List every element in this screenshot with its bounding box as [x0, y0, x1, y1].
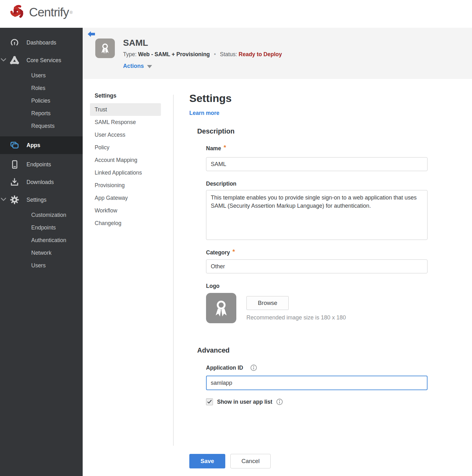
sidebar-item-authentication[interactable]: Authentication — [0, 234, 83, 247]
form-footer: Save Cancel — [189, 454, 271, 468]
show-in-user-app-list-row: Show in user app list — [206, 398, 283, 405]
sidebar-item-downloads[interactable]: Downloads — [0, 173, 83, 191]
cancel-button[interactable]: Cancel — [230, 454, 271, 468]
actions-button[interactable]: Actions — [123, 63, 152, 69]
sidebar-item-label: Settings — [27, 197, 46, 203]
sidebar-item-label: Network — [31, 250, 51, 256]
sidebar-item-label: Policies — [31, 98, 50, 104]
brand-logo: Centrify ® — [8, 3, 73, 22]
name-label: Name* — [206, 145, 226, 152]
logo-label: Logo — [206, 283, 220, 289]
logo-size-hint: Recommended image size is 180 x 180 — [246, 314, 346, 321]
subnav-item-linked-applications[interactable]: Linked Applications — [90, 166, 161, 179]
description-field[interactable]: This template enables you to provide sin… — [206, 190, 428, 240]
show-in-user-app-list-checkbox[interactable] — [206, 398, 213, 405]
subnav-item-workflow[interactable]: Workflow — [90, 204, 161, 217]
sidebar-item-endpoints[interactable]: Endpoints — [0, 156, 83, 173]
settings-subnav: Settings Trust SAML Response User Access… — [90, 92, 166, 229]
sidebar-item-reports[interactable]: Reports — [0, 107, 83, 120]
sidebar-item-label: Endpoints — [31, 224, 56, 231]
sidebar-item-label: Core Services — [27, 57, 61, 64]
sidebar-item-label: Customization — [31, 212, 66, 218]
info-icon[interactable] — [250, 364, 257, 371]
sidebar-item-label: Downloads — [27, 179, 54, 186]
required-asterisk: * — [233, 248, 235, 255]
apps-icon — [10, 140, 19, 150]
caret-down-icon — [147, 65, 152, 68]
sidebar-item-settings-endpoints[interactable]: Endpoints — [0, 221, 83, 234]
save-button[interactable]: Save — [189, 454, 225, 468]
logo-preview — [206, 293, 236, 323]
sidebar-item-dashboards[interactable]: Dashboards — [0, 34, 83, 51]
subnav-item-changelog[interactable]: Changelog — [90, 217, 161, 229]
sidebar-item-roles[interactable]: Roles — [0, 82, 83, 94]
learn-more-link[interactable]: Learn more — [189, 110, 219, 116]
description-label: Description — [206, 181, 236, 187]
subnav-item-user-access[interactable]: User Access — [90, 128, 161, 141]
subnav-item-account-mapping[interactable]: Account Mapping — [90, 154, 161, 166]
core-services-icon — [10, 56, 19, 65]
name-field[interactable] — [206, 157, 428, 171]
page-title: Settings — [189, 92, 232, 104]
sidebar-item-requests[interactable]: Requests — [0, 120, 83, 132]
application-id-label-row: Application ID — [206, 364, 257, 371]
sidebar-item-label: Dashboards — [27, 39, 56, 46]
vertical-divider — [173, 95, 174, 446]
sidebar-item-label: Users — [31, 262, 46, 269]
brand-registered-mark: ® — [69, 10, 73, 15]
saml-app-icon — [95, 39, 115, 58]
type-label: Type: — [123, 51, 137, 57]
subnav-item-app-gateway[interactable]: App Gateway — [90, 192, 161, 204]
browse-button[interactable]: Browse — [246, 296, 289, 310]
required-asterisk: * — [224, 144, 226, 151]
gear-icon — [10, 195, 19, 205]
advanced-section-heading: Advanced — [197, 347, 230, 354]
sidebar-item-label: Endpoints — [27, 161, 51, 168]
subnav-item-trust[interactable]: Trust — [90, 103, 161, 116]
application-id-label: Application ID — [206, 365, 243, 371]
sidebar-item-label: Authentication — [31, 237, 66, 244]
back-arrow-icon[interactable] — [88, 31, 95, 38]
sidebar-item-customization[interactable]: Customization — [0, 209, 83, 221]
sidebar-item-label: Users — [31, 72, 46, 79]
gauge-icon — [10, 38, 19, 47]
sidebar-item-network[interactable]: Network — [0, 247, 83, 259]
sidebar-item-settings[interactable]: Settings — [0, 191, 83, 209]
application-id-field[interactable] — [206, 376, 428, 390]
sidebar-item-users[interactable]: Users — [0, 69, 83, 82]
sidebar-item-settings-users[interactable]: Users — [0, 259, 83, 272]
sidebar-item-label: Apps — [27, 142, 40, 149]
description-section-heading: Description — [197, 128, 234, 135]
sidebar-item-core-services[interactable]: Core Services — [0, 51, 83, 69]
sidebar-item-apps[interactable]: Apps — [0, 136, 83, 154]
subnav-item-saml-response[interactable]: SAML Response — [90, 116, 161, 128]
sidebar: Dashboards Core Services Users Roles Pol… — [0, 28, 83, 476]
info-icon[interactable] — [276, 398, 283, 405]
chevron-down-icon — [1, 57, 6, 63]
endpoint-device-icon — [10, 160, 19, 169]
main-content: Settings Learn more Description Name* De… — [189, 0, 442, 476]
subnav-header: Settings — [90, 92, 166, 103]
sidebar-item-label: Roles — [31, 85, 45, 92]
sidebar-item-label: Requests — [31, 123, 55, 129]
brand-name: Centrify — [29, 5, 69, 19]
actions-label: Actions — [123, 63, 144, 69]
app-title: SAML — [123, 38, 148, 48]
sidebar-item-policies[interactable]: Policies — [0, 94, 83, 107]
subnav-item-policy[interactable]: Policy — [90, 141, 161, 154]
show-in-user-app-list-label: Show in user app list — [217, 399, 272, 405]
centrify-swirl-icon — [8, 3, 27, 22]
sidebar-item-label: Reports — [31, 110, 50, 117]
category-field[interactable] — [206, 259, 428, 273]
subnav-item-provisioning[interactable]: Provisioning — [90, 179, 161, 192]
category-label: Category* — [206, 249, 235, 256]
chevron-down-icon — [1, 197, 6, 203]
download-icon — [10, 177, 19, 187]
